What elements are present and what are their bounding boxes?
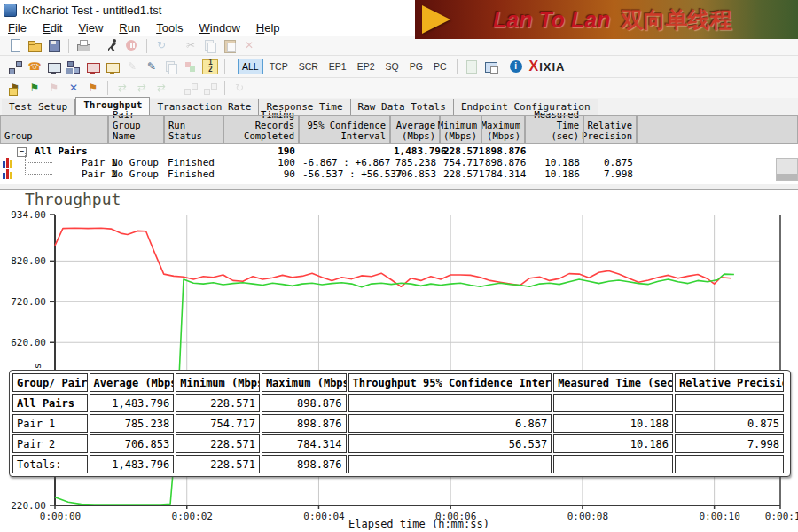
menu-help[interactable]: Help xyxy=(248,20,288,35)
svg-text:620.00: 620.00 xyxy=(11,337,46,348)
filter-pc[interactable]: PC xyxy=(429,59,451,74)
summary-header-ci: Throughput 95% Confidence Interval xyxy=(348,373,552,392)
swap-disabled-icon xyxy=(163,59,179,74)
pairs2-disabled-icon xyxy=(202,81,218,96)
new-test-icon[interactable] xyxy=(7,38,23,53)
flag-box-icon[interactable]: ⚑ xyxy=(7,81,23,96)
filter-scr[interactable]: SCR xyxy=(294,59,323,74)
toolbar-run-options: ⚑⚑⚑✕⚑⇄⇄⇄↻ xyxy=(0,78,798,98)
toolbar-separator xyxy=(146,39,147,53)
add-hardware-pair-icon[interactable] xyxy=(105,59,121,74)
summary-row-pair1: Pair 1 785.238 754.717 898.876 6.867 10.… xyxy=(12,414,784,433)
endpoint-config-icon[interactable] xyxy=(483,59,499,74)
summary-header-minimum: Minimum (Mbps) xyxy=(176,373,260,392)
tab-raw-data-totals[interactable]: Raw Data Totals xyxy=(351,99,454,115)
info-icon[interactable]: i xyxy=(510,60,522,73)
tab-test-setup[interactable]: Test Setup xyxy=(2,99,75,115)
col-header-run-status[interactable]: Run Status xyxy=(164,115,223,144)
filter-tcp[interactable]: TCP xyxy=(265,59,293,74)
pair-chart-icon xyxy=(3,158,13,168)
col-header-confidence-interval[interactable]: 95% Confidence Interval xyxy=(299,115,390,144)
chart-title: Throughput xyxy=(25,190,121,208)
toolbar-separator xyxy=(107,81,108,95)
svg-text:0:00:11: 0:00:11 xyxy=(765,511,798,522)
checkered-cross-icon[interactable]: ✕ xyxy=(66,81,82,96)
menu-view[interactable]: View xyxy=(70,20,111,35)
col-header-timing-records[interactable]: Timing Records Completed xyxy=(223,115,299,144)
run-test-icon[interactable] xyxy=(105,38,121,53)
filter-all[interactable]: ALL xyxy=(238,59,263,74)
renumber-icon[interactable] xyxy=(202,59,218,74)
add-pair-icon[interactable] xyxy=(7,59,23,74)
menu-edit[interactable]: Edit xyxy=(35,20,70,35)
compare-disabled-icon: ⇄ xyxy=(114,81,130,96)
cut-icon: ✂ xyxy=(183,38,199,53)
edit-group-icon[interactable]: ✎ xyxy=(144,59,160,74)
open-test-icon[interactable] xyxy=(27,38,43,53)
add-voip-pair-icon[interactable]: ☎ xyxy=(27,59,43,74)
menu-window[interactable]: Window xyxy=(192,20,248,35)
splitter[interactable] xyxy=(0,183,798,190)
summary-row-totals: Totals: 1,483.796 228.571 898.876 xyxy=(12,455,784,473)
svg-text:0:00:10: 0:00:10 xyxy=(699,511,739,522)
table-row-all-pairs[interactable]: − All Pairs 190 1,483.796 228.571 898.87… xyxy=(0,145,798,157)
col-header-minimum[interactable]: Minimum (Mbps) xyxy=(440,115,481,144)
compare2-disabled-icon: ⇄ xyxy=(134,81,150,96)
summary-header-average: Average (Mbps) xyxy=(90,373,175,392)
svg-text:0:00:00: 0:00:00 xyxy=(40,511,81,522)
summary-report-table: Group/ Pair Average (Mbps) Minimum (Mbps… xyxy=(9,370,791,477)
menu-file[interactable]: File xyxy=(0,20,35,35)
app-icon xyxy=(4,4,17,17)
filter-ep1[interactable]: EP1 xyxy=(325,59,351,74)
toolbar-separator xyxy=(224,59,225,74)
summary-row-pair2: Pair 2 706.853 228.571 784.314 56.537 10… xyxy=(12,434,784,453)
col-header-filler xyxy=(637,115,798,144)
menu-tools[interactable]: Tools xyxy=(148,20,191,35)
summary-header-relative-precision: Relative Precision xyxy=(675,373,784,392)
col-header-maximum[interactable]: Maximum (Mbps) xyxy=(481,115,525,144)
col-header-average[interactable]: Average (Mbps) xyxy=(390,115,440,144)
chart-x-axis-label: Elapsed time (h:mm:ss) xyxy=(324,518,514,530)
add-video-pair-icon[interactable] xyxy=(46,59,62,74)
flag-dart-icon[interactable]: ⚑ xyxy=(27,81,43,96)
filter-ep2[interactable]: EP2 xyxy=(353,59,379,74)
col-header-group[interactable]: Group xyxy=(0,115,108,144)
checkered-swoosh-icon[interactable]: ⚑ xyxy=(85,81,101,96)
filter-bar: ALL TCP SCR EP1 EP2 SQ PG PC xyxy=(237,59,452,74)
flag-disabled-icon: ⚑ xyxy=(46,81,62,96)
menu-run[interactable]: Run xyxy=(111,20,148,35)
toolbar-separator xyxy=(176,81,176,95)
report-icon xyxy=(464,59,480,74)
pairs-grid: Group Pair Group Name Run Status Timing … xyxy=(0,115,798,183)
ixia-logo-text: IXIA xyxy=(539,60,565,74)
window-title: IxChariot Test - untitled1.tst xyxy=(22,4,161,17)
sync-disabled-icon: ↻ xyxy=(231,81,247,96)
filter-pg[interactable]: PG xyxy=(405,59,427,74)
brand-area: i X IXIA xyxy=(510,60,566,74)
promo-banner: Lan To Lan双向单线程 xyxy=(415,0,798,39)
pair-chart-icon xyxy=(3,169,13,179)
pairs-disabled-icon xyxy=(183,81,199,96)
vertical-scrollbar[interactable] xyxy=(776,158,798,181)
palette-disabled-icon xyxy=(183,59,199,74)
print-icon[interactable] xyxy=(75,38,91,53)
table-row-pair2[interactable]: Pair 2 No Group Finished 90 -56.537 : +5… xyxy=(0,168,798,180)
summary-header-maximum: Maximum (Mbps) xyxy=(262,373,347,392)
summary-row-all-pairs: All Pairs 1,483.796 228.571 898.876 xyxy=(12,394,784,412)
col-header-relative-precision[interactable]: Relative Precision xyxy=(583,115,637,144)
toolbar-standard: ↻✂✕ xyxy=(0,36,798,56)
tree-branch xyxy=(25,153,52,163)
toolbar-separator xyxy=(176,39,176,53)
copy-icon xyxy=(202,38,218,53)
table-row-pair1[interactable]: Pair 1 No Group Finished 100 -6.867 : +6… xyxy=(0,157,798,168)
edit-pair-icon: ✎ xyxy=(124,59,140,74)
col-header-measured-time[interactable]: Measured Time (sec) xyxy=(525,115,583,144)
add-video-multicast-icon[interactable] xyxy=(85,59,101,74)
filter-sq[interactable]: SQ xyxy=(381,59,403,74)
add-multicast-group-icon[interactable] xyxy=(66,59,82,74)
col-header-pair-group-name[interactable]: Pair Group Name xyxy=(108,115,164,144)
svg-text:0:00:08: 0:00:08 xyxy=(567,511,608,522)
svg-text:934.00: 934.00 xyxy=(11,209,46,221)
summary-header-group-pair: Group/ Pair xyxy=(12,373,88,392)
save-test-icon[interactable] xyxy=(46,38,62,53)
